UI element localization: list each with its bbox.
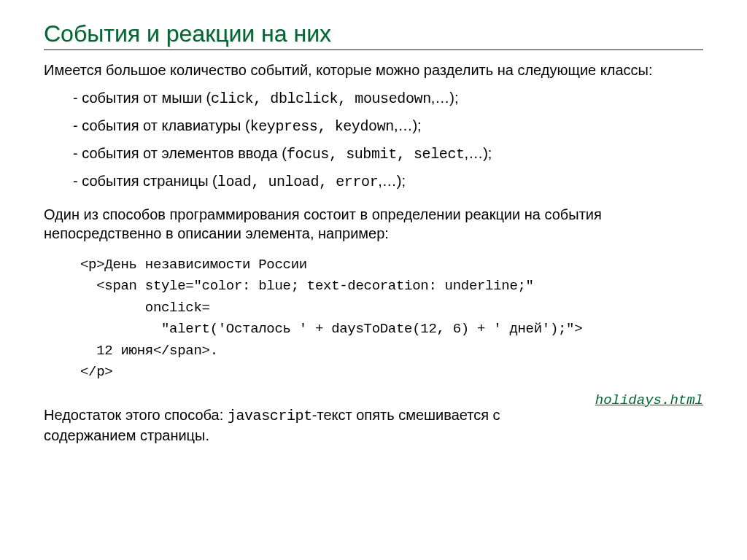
intro-text: Имеется большое количество событий, кото… — [44, 61, 703, 79]
bullet-mono: keypress, keydown — [250, 118, 394, 135]
holidays-link[interactable]: holidays.html — [595, 392, 703, 408]
bullet-suffix: ,…); — [465, 145, 492, 161]
bullet-prefix: - события от элементов ввода ( — [73, 145, 287, 161]
slide-container: События и реакции на них Имеется большое… — [0, 0, 747, 560]
bullet-suffix: ,…); — [394, 117, 422, 133]
bullet-prefix: - события от мыши ( — [73, 90, 211, 106]
drawback-text: Недостаток этого способа: javascript-тек… — [44, 405, 566, 446]
drawback-mono: javascript — [228, 408, 312, 424]
paragraph-method: Один из способов программирования состои… — [44, 205, 703, 243]
bullet-mono: load, unload, error — [217, 174, 378, 190]
bullet-mono: click, dblclick, mousedown — [211, 90, 431, 107]
bullet-keyboard-events: - события от клавиатуры (keypress, keydo… — [73, 116, 703, 136]
code-example: <p>День независимости России <span style… — [80, 254, 703, 384]
bullet-suffix: ,…); — [431, 90, 459, 106]
bullet-mono: focus, submit, select — [287, 146, 465, 163]
event-classes-list: - события от мыши (click, dblclick, mous… — [73, 88, 703, 192]
slide-title: События и реакции на них — [44, 20, 703, 50]
bullet-prefix: - события от клавиатуры ( — [73, 117, 250, 133]
bullet-prefix: - события страницы ( — [73, 173, 217, 189]
bullet-suffix: ,…); — [378, 173, 406, 189]
footer-row: Недостаток этого способа: javascript-тек… — [44, 405, 703, 446]
bullet-input-events: - события от элементов ввода (focus, sub… — [73, 144, 703, 164]
bullet-page-events: - события страницы (load, unload, error,… — [73, 171, 703, 192]
bullet-mouse-events: - события от мыши (click, dblclick, mous… — [73, 88, 703, 109]
drawback-prefix: Недостаток этого способа: — [44, 407, 228, 423]
